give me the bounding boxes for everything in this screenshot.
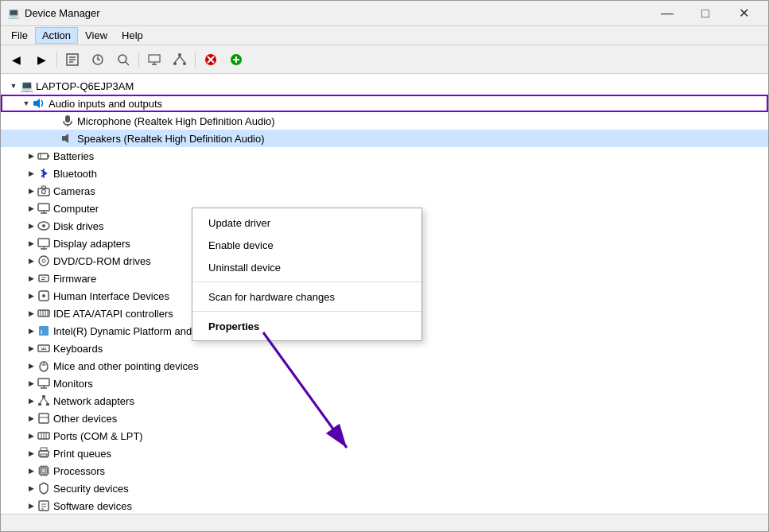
svg-rect-21: [33, 101, 37, 106]
scan-button[interactable]: [111, 49, 135, 71]
firmware-toggle[interactable]: ▶: [25, 272, 37, 285]
tree-item-network[interactable]: ▶ Network adapters: [1, 392, 768, 410]
ide-label: IDE ATA/ATAPI controllers: [53, 308, 173, 320]
tree-item-software[interactable]: ▶ Software devices: [1, 497, 768, 514]
device-tree[interactable]: ▼ 💻 LAPTOP-Q6EJP3AM ▼ Audio inputs and o…: [1, 74, 768, 514]
software-label: Software devices: [53, 500, 132, 512]
minimize-button[interactable]: —: [649, 1, 685, 26]
menu-help[interactable]: Help: [115, 27, 150, 44]
tree-item-security[interactable]: ▶ Security devices: [1, 480, 768, 497]
svg-text:i: i: [41, 328, 42, 336]
close-button[interactable]: ✕: [725, 1, 762, 26]
ports-toggle[interactable]: ▶: [25, 429, 37, 442]
speakers-label: Speakers (Realtek High Definition Audio): [77, 133, 265, 145]
network-toolbar-button[interactable]: [168, 49, 192, 71]
add-icon: [229, 52, 243, 67]
tree-item-mice[interactable]: ▶ Mice and other pointing devices: [1, 357, 768, 375]
tree-item-monitors[interactable]: ▶ Monitors: [1, 375, 768, 392]
tree-item-speakers[interactable]: Speakers (Realtek High Definition Audio): [1, 130, 768, 147]
tree-item-ports[interactable]: ▶ Ports (COM & LPT): [1, 427, 768, 445]
title-bar: 💻 Device Manager — □ ✕: [1, 1, 768, 26]
tree-item-cameras[interactable]: ▶ Cameras: [1, 182, 768, 200]
computer-label: Computer: [53, 203, 99, 215]
svg-line-6: [126, 62, 129, 65]
cameras-toggle[interactable]: ▶: [25, 184, 37, 197]
context-menu-scan[interactable]: Scan for hardware changes: [192, 285, 421, 308]
svg-point-11: [173, 62, 177, 65]
mice-toggle[interactable]: ▶: [25, 359, 37, 372]
firmware-icon: [37, 272, 50, 285]
tree-item-processors[interactable]: ▶ Processors: [1, 462, 768, 480]
tree-item-audio[interactable]: ▼ Audio inputs and outputs: [1, 95, 768, 112]
tree-root[interactable]: ▼ 💻 LAPTOP-Q6EJP3AM: [1, 77, 768, 95]
dvd-label: DVD/CD-ROM drives: [53, 255, 151, 267]
hid-toggle[interactable]: ▶: [25, 289, 37, 302]
processors-toggle[interactable]: ▶: [25, 464, 37, 477]
computer-toolbar-button[interactable]: [142, 49, 166, 71]
software-icon: [37, 499, 50, 512]
keyboards-toggle[interactable]: ▶: [25, 342, 37, 355]
forward-button[interactable]: ▶: [29, 49, 53, 71]
svg-rect-56: [38, 345, 49, 351]
tree-item-batteries[interactable]: ▶ Batteries: [1, 147, 768, 165]
other-toggle[interactable]: ▶: [25, 412, 37, 425]
batteries-toggle[interactable]: ▶: [25, 150, 37, 162]
svg-line-71: [44, 398, 48, 403]
tree-item-bluetooth[interactable]: ▶ Bluetooth: [1, 165, 768, 182]
update-driver-button[interactable]: [86, 49, 110, 71]
svg-rect-23: [65, 115, 70, 122]
processors-label: Processors: [53, 465, 105, 477]
context-menu-update-driver[interactable]: Update driver: [192, 212, 421, 234]
dvd-toggle[interactable]: ▶: [25, 254, 37, 267]
content-area: ▼ 💻 LAPTOP-Q6EJP3AM ▼ Audio inputs and o…: [1, 74, 768, 514]
properties-button[interactable]: [60, 49, 84, 71]
ide-toggle[interactable]: ▶: [25, 307, 37, 320]
tree-item-keyboards[interactable]: ▶ Keyboards: [1, 340, 768, 357]
batteries-label: Batteries: [53, 150, 94, 162]
computer-toggle[interactable]: ▶: [25, 202, 37, 215]
remove-device-button[interactable]: [199, 49, 223, 71]
root-toggle[interactable]: ▼: [7, 80, 20, 92]
svg-rect-44: [39, 275, 49, 282]
context-menu: Update driver Enable device Uninstall de…: [192, 208, 422, 341]
display-toggle[interactable]: ▶: [25, 237, 37, 250]
security-toggle[interactable]: ▶: [25, 482, 37, 495]
bluetooth-label: Bluetooth: [53, 168, 97, 180]
print-icon: [37, 447, 50, 460]
menu-file[interactable]: File: [4, 27, 35, 44]
disk-label: Disk drives: [53, 220, 104, 232]
monitors-toggle[interactable]: ▶: [25, 377, 37, 390]
window-controls: — □ ✕: [649, 1, 762, 26]
print-label: Print queues: [53, 448, 111, 460]
disk-toggle[interactable]: ▶: [25, 219, 37, 232]
tree-item-other[interactable]: ▶ Other devices: [1, 410, 768, 427]
toolbar-separator-2: [138, 52, 139, 68]
computer-toolbar-icon: [147, 52, 161, 67]
audio-toggle[interactable]: ▼: [20, 97, 33, 110]
print-toggle[interactable]: ▶: [25, 447, 37, 460]
svg-point-48: [42, 294, 45, 297]
hid-label: Human Interface Devices: [53, 290, 169, 302]
menu-view[interactable]: View: [78, 27, 115, 44]
tree-item-print[interactable]: ▶ Print queues: [1, 445, 768, 462]
monitors-label: Monitors: [53, 378, 93, 390]
intel-toggle[interactable]: ▶: [25, 324, 37, 337]
tree-item-mic[interactable]: Microphone (Realtek High Definition Audi…: [1, 112, 768, 130]
menu-action[interactable]: Action: [35, 27, 78, 44]
context-menu-properties[interactable]: Properties: [192, 315, 421, 337]
svg-line-14: [180, 56, 184, 62]
other-label: Other devices: [53, 413, 117, 425]
svg-point-38: [42, 224, 45, 227]
software-toggle[interactable]: ▶: [25, 499, 37, 512]
mice-icon: [37, 359, 50, 372]
bluetooth-toggle[interactable]: ▶: [25, 167, 37, 180]
context-menu-enable-device[interactable]: Enable device: [192, 234, 421, 256]
svg-rect-64: [38, 379, 49, 386]
network-toggle[interactable]: ▶: [25, 394, 37, 407]
back-button[interactable]: ◀: [4, 49, 28, 71]
maximize-button[interactable]: □: [687, 1, 724, 26]
svg-rect-82: [41, 468, 46, 473]
add-device-button[interactable]: [224, 49, 248, 71]
context-menu-sep-1: [192, 282, 421, 282]
context-menu-uninstall-device[interactable]: Uninstall device: [192, 256, 421, 278]
